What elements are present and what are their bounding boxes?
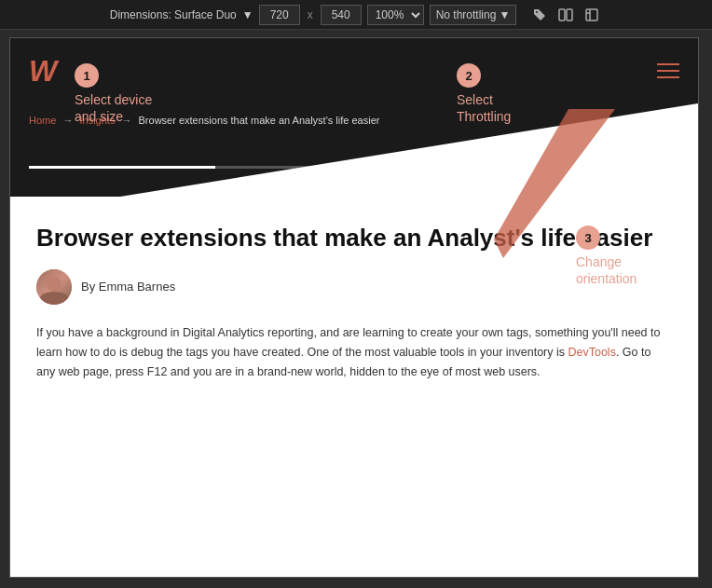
annotation-1-badge: 1 [75, 63, 99, 88]
breadcrumb-home[interactable]: Home [29, 115, 56, 126]
annotation-2-badge: 2 [457, 63, 481, 88]
dropdown-arrow-device: ▼ [242, 8, 253, 21]
author-avatar-image [36, 269, 72, 305]
dimension-x: x [308, 8, 313, 21]
author-name: By Emma Barnes [81, 280, 175, 294]
device-label: Dimensions: Surface Duo [110, 8, 237, 21]
tag-icon[interactable] [529, 5, 550, 25]
annotation-2-text: Select Throttling [457, 91, 511, 125]
hamburger-menu[interactable] [657, 63, 679, 78]
zoom-select[interactable]: 100% [367, 5, 424, 25]
width-input[interactable] [259, 5, 300, 25]
toolbar-center: Dimensions: Surface Duo ▼ x 100% No thro… [110, 5, 517, 25]
devtools-link[interactable]: DevTools [568, 346, 615, 359]
annotation-3-badge: 3 [576, 226, 600, 250]
toolbar-icons [529, 5, 602, 25]
throttle-value: No throttling [436, 8, 497, 21]
throttle-arrow: ▼ [499, 8, 510, 21]
main-area: W Home → Insights → Browser extensions t… [0, 30, 712, 588]
article-body: If you have a background in Digital Anal… [36, 323, 672, 383]
toolbar: Dimensions: Surface Duo ▼ x 100% No thro… [0, 0, 712, 30]
diagonal-white [120, 103, 698, 197]
expand-icon[interactable] [582, 5, 602, 25]
hamburger-line-1 [657, 63, 679, 65]
hamburger-line-3 [657, 76, 679, 78]
svg-rect-1 [567, 9, 572, 21]
annotation-3-text: Change orientation [576, 253, 637, 287]
author-avatar [36, 269, 72, 305]
annotation-1-text: Select device and size [75, 91, 152, 125]
hamburger-line-2 [657, 70, 679, 72]
split-view-icon[interactable] [555, 5, 576, 25]
annotation-3: 3 Change orientation [576, 226, 637, 287]
svg-rect-0 [559, 9, 565, 21]
height-input[interactable] [321, 5, 362, 25]
annotation-2: 2 Select Throttling [457, 63, 511, 125]
annotation-1: 1 Select device and size [75, 63, 152, 125]
svg-rect-2 [586, 9, 597, 21]
throttle-select[interactable]: No throttling ▼ [430, 5, 517, 25]
site-logo: W [29, 54, 55, 89]
